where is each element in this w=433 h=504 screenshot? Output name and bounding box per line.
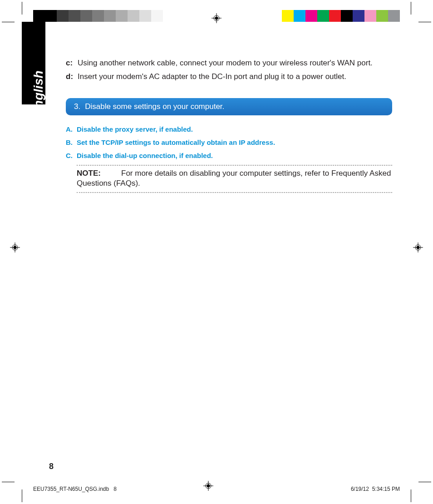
sub-step-text: Set the TCP/IP settings to automatically…: [77, 138, 392, 146]
crop-mark: [411, 2, 411, 15]
footer-file: EEU7355_RT-N65U_QSG.indb: [33, 486, 109, 492]
sub-step-c: C. Disable the dial-up connection, if en…: [66, 152, 392, 159]
crop-mark: [22, 489, 22, 502]
sub-step-letter: C.: [66, 152, 77, 159]
color-swatch: [128, 10, 139, 22]
step-item-d: d: Insert your modem's AC adapter to the…: [66, 72, 392, 82]
step-text: Insert your modem's AC adapter to the DC…: [78, 72, 392, 82]
sub-step-text: Disable the proxy server, if enabled.: [77, 125, 392, 133]
sub-step-b: B. Set the TCP/IP settings to automatica…: [66, 138, 392, 146]
section-number: 3.: [74, 102, 80, 111]
crop-mark: [22, 2, 22, 15]
footer-page: 8: [113, 486, 117, 492]
color-swatch: [139, 10, 151, 22]
color-swatch: [80, 10, 92, 22]
crop-mark: [418, 22, 431, 22]
footer-date: 6/19/12: [351, 486, 369, 492]
step-list: c: Using another network cable, connect …: [66, 58, 392, 82]
color-swatch: [305, 10, 317, 22]
step-letter: d:: [66, 72, 78, 82]
sub-step-letter: A.: [66, 125, 77, 133]
sub-step-letter: B.: [66, 138, 77, 146]
colorbar-right: [270, 10, 400, 22]
language-label: English: [31, 70, 46, 116]
section-title: Disable some settings on your computer.: [85, 102, 224, 111]
color-swatch: [294, 10, 305, 22]
colorbar-left: [33, 10, 175, 22]
note-label: NOTE:: [77, 168, 121, 178]
color-swatch: [341, 10, 353, 22]
dotted-rule: [77, 165, 392, 166]
color-swatch: [317, 10, 329, 22]
section-heading: 3. Disable some settings on your compute…: [66, 98, 392, 115]
color-swatch: [388, 10, 400, 22]
sub-step-a: A. Disable the proxy server, if enabled.: [66, 125, 392, 133]
page-number: 8: [49, 462, 54, 471]
registration-mark-icon: [413, 242, 423, 252]
color-swatch: [151, 10, 163, 22]
sub-step-text: Disable the dial-up connection, if enabl…: [77, 152, 392, 159]
page-content: c: Using another network cable, connect …: [66, 58, 392, 196]
crop-mark: [411, 489, 411, 502]
note-block: NOTE:For more details on disabling your …: [77, 168, 392, 188]
color-swatch: [282, 10, 294, 22]
crop-mark: [418, 482, 431, 482]
color-swatch: [116, 10, 128, 22]
color-swatch: [270, 10, 282, 22]
step-text: Using another network cable, connect you…: [78, 58, 392, 68]
dotted-rule: [77, 192, 392, 193]
footer-slug: EEU7355_RT-N65U_QSG.indb 8 6/19/12 5:34:…: [33, 486, 400, 492]
sub-step-list: A. Disable the proxy server, if enabled.…: [66, 125, 392, 159]
color-swatch: [353, 10, 364, 22]
crop-mark: [2, 482, 15, 482]
color-swatch: [57, 10, 69, 22]
color-swatch: [163, 10, 175, 22]
registration-mark-icon: [10, 242, 20, 252]
color-swatch: [329, 10, 341, 22]
registration-mark-icon: [212, 13, 221, 23]
color-swatch: [104, 10, 116, 22]
color-swatch: [376, 10, 388, 22]
color-swatch: [364, 10, 376, 22]
step-letter: c:: [66, 58, 78, 68]
color-swatch: [45, 10, 57, 22]
footer-time: 5:34:15 PM: [372, 486, 400, 492]
note-text: For more details on disabling your compu…: [77, 169, 391, 188]
step-item-c: c: Using another network cable, connect …: [66, 58, 392, 68]
color-swatch: [69, 10, 80, 22]
color-swatch: [92, 10, 104, 22]
color-swatch: [33, 10, 45, 22]
crop-mark: [2, 22, 15, 22]
